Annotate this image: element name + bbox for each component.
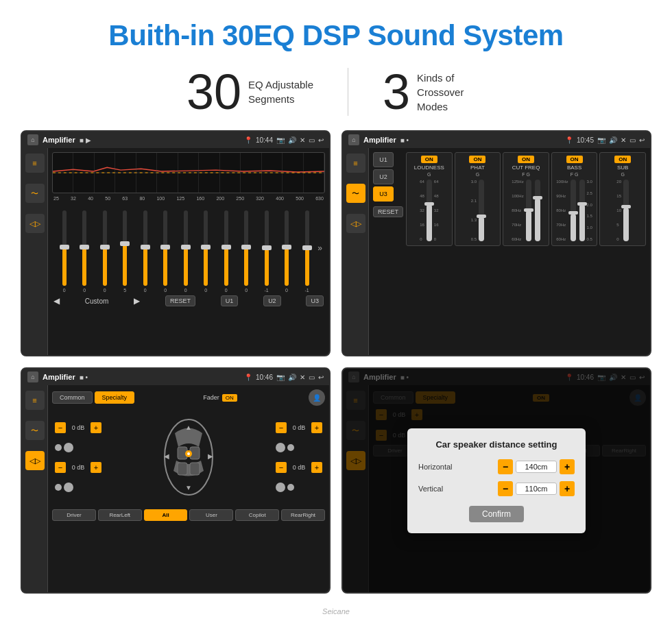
channels-row: ON LOUDNESS G 644832160 bbox=[406, 152, 646, 246]
vertical-row: Vertical − 110cm + bbox=[418, 481, 575, 496]
horizontal-value: 140cm bbox=[516, 461, 557, 473]
play-icon-1: ■ ▶ bbox=[80, 136, 91, 144]
home-icon-3[interactable]: ⌂ bbox=[27, 371, 38, 382]
location-icon-1: 📍 bbox=[244, 136, 252, 144]
vertical-value: 110cm bbox=[516, 483, 557, 495]
bass-slider-1[interactable] bbox=[571, 180, 576, 241]
vol-fl-plus[interactable]: + bbox=[91, 422, 101, 433]
u3-crossover-btn[interactable]: U3 bbox=[373, 186, 394, 202]
vol-rl-minus[interactable]: − bbox=[55, 462, 66, 473]
copilot-btn[interactable]: Copilot bbox=[235, 509, 279, 521]
screen-3-main: Common Specialty Fader ON 👤 − bbox=[48, 385, 329, 592]
svg-text:▼: ▼ bbox=[185, 484, 192, 491]
vol-btn-2[interactable]: ◁▷ bbox=[346, 214, 365, 233]
vol-rl-plus[interactable]: + bbox=[91, 462, 101, 473]
vol-btn-3[interactable]: ◁▷ bbox=[25, 451, 45, 470]
vertical-minus-btn[interactable]: − bbox=[498, 481, 513, 496]
u1-crossover-btn[interactable]: U1 bbox=[373, 152, 394, 167]
eq-btn-2[interactable]: ≡ bbox=[346, 154, 365, 173]
x-icon-3: ✕ bbox=[300, 374, 305, 381]
eq-btn-3[interactable]: ≡ bbox=[25, 391, 45, 410]
eq-slider-3: 0 bbox=[95, 210, 114, 293]
tab-specialty-3[interactable]: Specialty bbox=[95, 391, 135, 404]
fader-on-btn[interactable]: ON bbox=[222, 394, 237, 402]
horizontal-minus-btn[interactable]: − bbox=[498, 459, 513, 474]
home-icon-1[interactable]: ⌂ bbox=[27, 134, 38, 145]
screen-3-specialty: ⌂ Amplifier ■ • 📍 10:46 📷 🔊 ✕ ▭ ↩ ≡ 〜 ◁▷ bbox=[21, 367, 331, 594]
app-title-1: Amplifier bbox=[43, 136, 75, 144]
confirm-button[interactable]: Confirm bbox=[469, 506, 524, 522]
channel-sub: ON SUB G 20151050 bbox=[599, 152, 646, 246]
horizontal-row: Horizontal − 140cm + bbox=[418, 459, 575, 474]
svg-text:▲: ▲ bbox=[185, 424, 192, 431]
status-bar-1: ⌂ Amplifier ■ ▶ 📍 10:44 📷 🔊 ✕ ▭ ↩ bbox=[22, 132, 329, 148]
time-1: 10:44 bbox=[256, 136, 273, 144]
sub-slider[interactable] bbox=[623, 180, 629, 241]
prev-btn[interactable]: ◀ bbox=[53, 296, 60, 306]
car-diagram: ▲ ▼ ◀ ▶ bbox=[154, 409, 223, 505]
sub-on-btn[interactable]: ON bbox=[614, 156, 631, 163]
home-icon-2[interactable]: ⌂ bbox=[348, 134, 359, 145]
wave-btn-2[interactable]: 〜 bbox=[346, 184, 365, 203]
back-icon-1[interactable]: ↩ bbox=[318, 136, 324, 144]
rearleft-btn[interactable]: RearLeft bbox=[98, 509, 142, 521]
eq-label: EQ Adjustable Segments bbox=[248, 77, 313, 106]
horizontal-plus-btn[interactable]: + bbox=[560, 459, 575, 474]
bass-slider-2[interactable] bbox=[579, 180, 585, 241]
volume-icon-1: 🔊 bbox=[288, 136, 296, 144]
back-icon-3[interactable]: ↩ bbox=[318, 374, 324, 381]
eq-bottom-bar: ◀ Custom ▶ RESET U1 U2 U3 bbox=[52, 293, 325, 306]
phat-on-btn[interactable]: ON bbox=[469, 156, 485, 163]
vol-fr-plus[interactable]: + bbox=[311, 422, 322, 433]
eq-slider-9: 0 bbox=[217, 210, 235, 293]
next-btn[interactable]: ▶ bbox=[134, 296, 140, 306]
phat-slider[interactable] bbox=[479, 180, 484, 241]
fader-label: Fader bbox=[203, 394, 219, 401]
vol-fr-minus[interactable]: − bbox=[276, 422, 287, 433]
left-vol-col: − 0 dB + − 0 dB + bbox=[55, 422, 101, 492]
vertical-plus-btn[interactable]: + bbox=[560, 481, 575, 496]
reset-btn[interactable]: RESET bbox=[165, 295, 195, 306]
eq-number: 30 bbox=[187, 67, 241, 117]
side-controls-2: ≡ 〜 ◁▷ bbox=[343, 148, 369, 355]
u1-btn[interactable]: U1 bbox=[221, 295, 239, 306]
camera-icon-2: 📷 bbox=[597, 136, 605, 144]
watermark: Seicane bbox=[0, 607, 672, 618]
vol-btn-1[interactable]: ◁▷ bbox=[25, 214, 45, 233]
screen-4-distance: ⌂ Amplifier ■ • 📍 10:46 📷 🔊 ✕ ▭ ↩ ≡ 〜 ◁▷ bbox=[341, 367, 651, 594]
u2-crossover-btn[interactable]: U2 bbox=[373, 169, 394, 184]
horizontal-control: − 140cm + bbox=[498, 459, 575, 474]
location-icon-2: 📍 bbox=[565, 136, 573, 144]
screen-1-main: 25 32 40 50 63 80 100 125 160 200 250 32… bbox=[48, 148, 329, 355]
rearright-btn[interactable]: RearRight bbox=[281, 509, 325, 521]
wave-btn-1[interactable]: 〜 bbox=[25, 184, 45, 203]
all-btn[interactable]: All bbox=[144, 509, 188, 521]
more-icon[interactable]: » bbox=[317, 243, 322, 253]
u-btns: U1 U2 U3 RESET bbox=[373, 152, 403, 246]
loudness-slider[interactable] bbox=[427, 180, 432, 241]
eq-graph bbox=[52, 152, 325, 193]
vol-rr-plus[interactable]: + bbox=[311, 462, 322, 473]
cutfreq-slider-2[interactable] bbox=[535, 180, 540, 241]
bass-on-btn[interactable]: ON bbox=[566, 156, 583, 163]
vol-rr-minus[interactable]: − bbox=[276, 462, 287, 473]
u2-btn[interactable]: U2 bbox=[263, 295, 281, 306]
reset-crossover-btn[interactable]: RESET bbox=[373, 206, 403, 217]
person-icon: 👤 bbox=[309, 389, 325, 406]
loudness-on-btn[interactable]: ON bbox=[421, 156, 437, 163]
vol-rear-left: − 0 dB + bbox=[55, 462, 101, 473]
vol-fl-minus[interactable]: − bbox=[55, 422, 66, 433]
tab-common-3[interactable]: Common bbox=[52, 391, 93, 404]
driver-btn[interactable]: Driver bbox=[52, 509, 96, 521]
u3-btn[interactable]: U3 bbox=[306, 295, 324, 306]
cutfreq-on-btn[interactable]: ON bbox=[518, 156, 534, 163]
u-buttons-row: U1 U2 U3 RESET ON LOUDNESS G bbox=[373, 152, 646, 246]
wave-btn-3[interactable]: 〜 bbox=[25, 421, 45, 440]
cutfreq-slider-1[interactable] bbox=[526, 180, 531, 241]
back-icon-2[interactable]: ↩ bbox=[639, 136, 645, 144]
user-btn[interactable]: User bbox=[189, 509, 233, 521]
x-icon-2: ✕ bbox=[621, 136, 626, 144]
screen-2-crossover: ⌂ Amplifier ■ • 📍 10:45 📷 🔊 ✕ ▭ ↩ ≡ 〜 ◁▷ bbox=[341, 130, 651, 356]
svg-text:▶: ▶ bbox=[208, 452, 213, 460]
eq-btn-1[interactable]: ≡ bbox=[25, 154, 45, 173]
